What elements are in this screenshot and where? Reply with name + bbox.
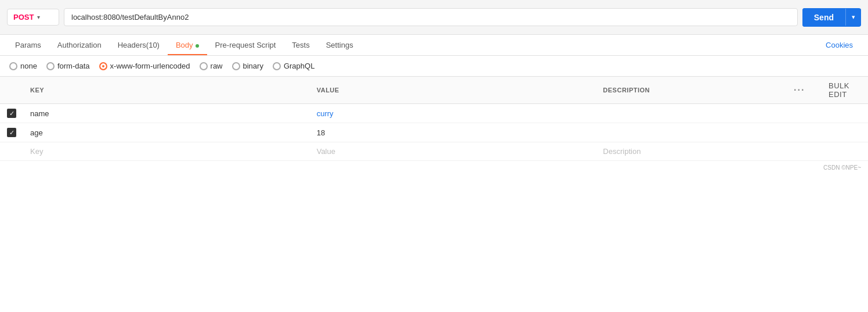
radio-graphql-circle [273,62,281,70]
col-key-header: KEY [23,77,310,104]
placeholder-actions-cell [787,142,822,161]
table-row: ✓ age 18 [0,123,868,142]
radio-none-label: none [20,62,37,70]
send-chevron-button[interactable]: ▾ [845,9,861,26]
radio-form-data-circle [46,62,55,70]
tab-authorization[interactable]: Authorization [49,35,110,55]
row1-desc-cell[interactable] [596,104,787,123]
send-btn-group: Send ▾ [802,8,861,27]
body-type-bar: none form-data x-www-form-urlencoded raw… [0,56,868,77]
tab-tests[interactable]: Tests [284,35,317,55]
tab-params[interactable]: Params [7,35,49,55]
radio-x-www-label: x-www-form-urlencoded [110,62,190,70]
bulk-edit-button[interactable]: Bulk Edit [829,81,849,99]
body-active-dot [196,44,199,48]
radio-graphql-label: GraphQL [284,62,314,70]
col-check-header [0,77,23,104]
tabs-bar: Params Authorization Headers(10) Body Pr… [0,35,868,56]
placeholder-desc-cell[interactable]: Description [596,142,787,161]
bulk-actions-dots[interactable]: ··· [794,85,805,95]
radio-binary-circle [232,62,240,70]
top-bar: POST ▾ Send ▾ [0,0,868,35]
placeholder-check-cell [0,142,23,161]
placeholder-value-cell[interactable]: Value [310,142,596,161]
method-selector[interactable]: POST ▾ [7,9,59,26]
row1-value-cell[interactable]: curry [310,104,596,123]
col-value-header: VALUE [310,77,596,104]
col-desc-header: DESCRIPTION [596,77,787,104]
method-chevron-icon: ▾ [37,14,40,20]
row1-check-cell[interactable]: ✓ [0,104,23,123]
row1-key-cell[interactable]: name [23,104,310,123]
radio-form-data[interactable]: form-data [46,62,90,70]
tab-body[interactable]: Body [168,35,207,55]
radio-binary[interactable]: binary [232,62,263,70]
radio-none[interactable]: none [9,62,37,70]
row2-bulk-cell [822,123,868,142]
row2-actions-cell [787,123,822,142]
radio-raw-circle [200,62,208,70]
placeholder-bulk-cell [822,142,868,161]
table-row: ✓ name curry [0,104,868,123]
radio-form-data-label: form-data [57,62,90,70]
row1-checkbox[interactable]: ✓ [7,109,16,118]
row2-key-value: age [30,128,43,137]
row1-actions-cell [787,104,822,123]
row1-key-value: name [30,109,49,118]
footer: CSDN ©NPE~ [0,161,868,174]
radio-x-www-circle [99,62,107,70]
tab-pre-request[interactable]: Pre-request Script [207,35,284,55]
col-bulk-header[interactable]: Bulk Edit [822,77,868,104]
radio-graphql[interactable]: GraphQL [273,62,314,70]
radio-none-circle [9,62,17,70]
radio-x-www[interactable]: x-www-form-urlencoded [99,62,190,70]
row1-value-value: curry [317,109,334,118]
row1-bulk-cell [822,104,868,123]
row2-value-value: 18 [317,128,325,137]
placeholder-value: Value [317,147,335,156]
params-table: KEY VALUE DESCRIPTION ··· Bulk Edit ✓ [0,77,868,161]
tab-headers-label: Headers [118,41,146,49]
params-table-container: KEY VALUE DESCRIPTION ··· Bulk Edit ✓ [0,77,868,161]
method-label: POST [13,13,34,21]
send-button[interactable]: Send [802,8,845,27]
tab-headers-badge: (10) [146,41,160,49]
radio-raw-label: raw [211,62,223,70]
row2-desc-cell[interactable] [596,123,787,142]
footer-note: CSDN ©NPE~ [823,164,861,171]
tab-cookies[interactable]: Cookies [818,35,861,55]
tab-settings[interactable]: Settings [318,35,361,55]
placeholder-description: Description [603,147,641,156]
row2-checkbox[interactable]: ✓ [7,128,16,137]
table-placeholder-row: Key Value Description [0,142,868,161]
row2-value-cell[interactable]: 18 [310,123,596,142]
table-header-row: KEY VALUE DESCRIPTION ··· Bulk Edit [0,77,868,104]
url-input[interactable] [64,8,798,26]
placeholder-key: Key [30,147,43,156]
radio-raw[interactable]: raw [200,62,223,70]
row2-key-cell[interactable]: age [23,123,310,142]
placeholder-key-cell[interactable]: Key [23,142,310,161]
tab-body-label: Body [176,41,193,49]
radio-binary-label: binary [243,62,263,70]
row2-check-cell[interactable]: ✓ [0,123,23,142]
tab-headers[interactable]: Headers(10) [110,35,168,55]
col-actions-header: ··· [787,77,822,104]
